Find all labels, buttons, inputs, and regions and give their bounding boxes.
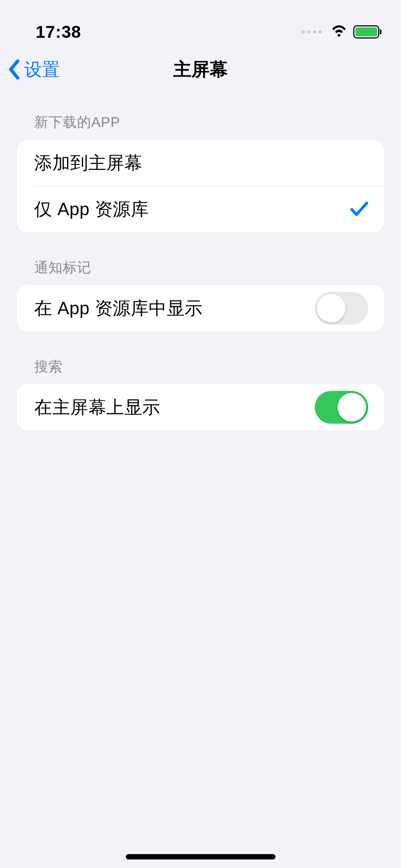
toggle-knob — [338, 393, 366, 422]
row-show-in-app-library: 在 App 资源库中显示 — [17, 285, 384, 331]
row-label: 在 App 资源库中显示 — [34, 296, 203, 320]
settings-group: 添加到主屏幕 仅 App 资源库 — [17, 140, 384, 232]
chevron-left-icon — [8, 59, 21, 80]
section-header: 通知标记 — [17, 258, 384, 285]
back-label: 设置 — [24, 58, 60, 82]
cellular-dots-icon — [302, 30, 322, 33]
home-indicator[interactable] — [126, 854, 276, 859]
section-search: 搜索 在主屏幕上显示 — [17, 357, 384, 430]
section-header: 搜索 — [17, 357, 384, 384]
navigation-bar: 设置 主屏幕 — [0, 46, 401, 93]
row-label: 添加到主屏幕 — [34, 151, 142, 175]
checkmark-icon — [350, 201, 368, 217]
status-time: 17:38 — [36, 22, 81, 42]
row-label: 在主屏幕上显示 — [34, 396, 160, 419]
toggle-knob — [317, 294, 345, 322]
row-label: 仅 App 资源库 — [34, 197, 149, 221]
option-add-to-home[interactable]: 添加到主屏幕 — [17, 140, 384, 186]
wifi-icon — [330, 25, 348, 38]
row-show-on-home: 在主屏幕上显示 — [17, 384, 384, 430]
section-notification-badges: 通知标记 在 App 资源库中显示 — [17, 258, 384, 331]
option-app-library-only[interactable]: 仅 App 资源库 — [17, 186, 384, 232]
settings-group: 在 App 资源库中显示 — [17, 285, 384, 331]
toggle-show-in-app-library[interactable] — [315, 292, 368, 325]
settings-group: 在主屏幕上显示 — [17, 384, 384, 430]
section-header: 新下载的APP — [17, 113, 384, 140]
page-title: 主屏幕 — [173, 57, 228, 82]
back-button[interactable]: 设置 — [8, 58, 60, 82]
battery-icon — [353, 25, 381, 38]
section-new-apps: 新下载的APP 添加到主屏幕 仅 App 资源库 — [17, 113, 384, 232]
status-indicators — [302, 25, 381, 38]
toggle-show-on-home[interactable] — [315, 391, 368, 424]
status-bar: 17:38 — [0, 0, 401, 46]
content: 新下载的APP 添加到主屏幕 仅 App 资源库 通知标记 在 App 资源库中… — [0, 113, 401, 430]
